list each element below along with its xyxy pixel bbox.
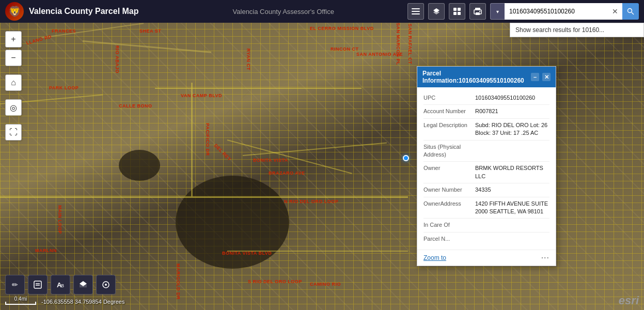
popup-field-label: Legal Description — [423, 121, 475, 129]
popup-header: Parcel Information:1016034095510100260 –… — [417, 67, 556, 87]
street-label: CALLE BONO — [119, 103, 152, 109]
popup-field-value: 34335 — [475, 186, 549, 194]
street-label: SAN MARCOS PL — [396, 23, 401, 65]
popup-field-value: Subd: RIO DEL ORO Lot: 26 Block: 37 Unit… — [475, 121, 549, 137]
esri-logo: esri — [619, 294, 639, 307]
popup-field-label: In Care Of — [423, 221, 475, 229]
selected-parcel-marker — [403, 155, 409, 161]
svg-rect-6 — [458, 8, 461, 11]
zoom-to-link[interactable]: Zoom to — [423, 254, 446, 261]
layers-button[interactable] — [428, 3, 445, 20]
popup-field-label: Owner Number — [423, 186, 475, 194]
search-results-dropdown[interactable]: Show search results for 10160... — [510, 23, 644, 37]
street-label: RIO ABAJO — [115, 45, 120, 73]
popup-row: Parcel N... — [423, 233, 549, 245]
svg-rect-5 — [453, 8, 457, 11]
scale-label: 0.4mi — [14, 296, 27, 302]
street-label: SHEA ST — [139, 28, 161, 34]
svg-rect-1 — [412, 11, 420, 12]
text-tool-button[interactable]: A B — [51, 275, 70, 295]
popup-title: Parcel Information:1016034095510100260 — [422, 70, 531, 84]
popup-field-label: Account Number — [423, 107, 475, 115]
popup-footer: Zoom to ··· — [417, 250, 556, 266]
header-bar: 🦁 Valencia County Parcel Map Valencia Co… — [0, 0, 644, 23]
street-label: MARLNN — [35, 248, 57, 253]
street-label: BONITA VISTA — [253, 158, 288, 163]
svg-rect-7 — [453, 12, 457, 15]
street-label: BRAZARO AVE — [269, 171, 305, 176]
annotate-tool-button[interactable] — [28, 275, 48, 295]
parcel-info-popup: Parcel Information:1016034095510100260 –… — [417, 66, 556, 266]
street-label: S RIO DEL ORO LOOP — [248, 279, 302, 284]
street-label: PARK LOOP — [49, 85, 78, 90]
svg-line-14 — [632, 12, 634, 14]
popup-field-value: R007821 — [475, 107, 549, 115]
street-label: N RIO DEL ORO LOOP — [284, 199, 338, 204]
hamburger-menu-button[interactable] — [407, 3, 424, 20]
street-label: FRANCES — [52, 28, 76, 34]
svg-point-24 — [105, 284, 107, 286]
svg-rect-11 — [476, 12, 480, 15]
popup-row: OwnerAddress 1420 FIFTH AVENUE SUITE 200… — [423, 197, 549, 219]
svg-marker-20 — [80, 281, 87, 286]
svg-rect-2 — [412, 13, 420, 14]
popup-field-value: 1420 FIFTH AVENUE SUITE 2000 SEATTLE, WA… — [475, 200, 549, 216]
street-label: CAMINO RIO — [310, 282, 341, 287]
svg-marker-4 — [433, 10, 439, 14]
popup-field-value: 1016034095510100260 — [475, 94, 549, 102]
home-button[interactable]: ⌂ — [5, 74, 22, 91]
street-label: PACIFICO DR — [205, 123, 210, 156]
zoom-in-button[interactable]: + — [5, 31, 22, 48]
popup-field-label: UPC — [423, 94, 475, 102]
popup-close-button[interactable]: ✕ — [542, 73, 551, 81]
street-label: VAN CAMP BLVD — [181, 93, 222, 98]
svg-rect-15 — [34, 281, 41, 288]
popup-field-label: Situs (Physical Address) — [423, 143, 475, 159]
search-dropdown-button[interactable]: ▾ — [490, 3, 505, 20]
select-tool-button[interactable] — [96, 275, 116, 295]
map-container[interactable]: FRANCESLLANO RDSHEA STEL CERRO MISSION B… — [0, 0, 644, 310]
search-input[interactable] — [505, 3, 608, 20]
scale-bar: 0.4mi — [5, 296, 36, 305]
coordinates-display: -106.635558 34.759854 Degrees — [41, 299, 124, 305]
popup-row: Situs (Physical Address) — [423, 141, 549, 162]
street-label: MARIGOLD DR — [176, 264, 181, 300]
search-go-button[interactable] — [622, 3, 639, 20]
print-button[interactable] — [469, 3, 486, 20]
popup-row: Owner Number 34335 — [423, 183, 549, 197]
popup-row: Legal Description Subd: RIO DEL ORO Lot:… — [423, 119, 549, 141]
search-container: ▾ ✕ — [490, 3, 639, 20]
street-label: BONITA VISTA BLVD — [222, 251, 272, 256]
grid-button[interactable] — [449, 3, 465, 20]
scale-line — [5, 302, 36, 305]
draw-tool-button[interactable]: ✏ — [5, 275, 25, 295]
app-title: Valencia County Parcel Map — [29, 7, 139, 16]
popup-field-label: OwnerAddress — [423, 200, 475, 208]
popup-minimize-button[interactable]: – — [531, 73, 539, 81]
search-clear-button[interactable]: ✕ — [608, 3, 622, 20]
esri-wordmark: esri — [619, 294, 639, 307]
popup-body: UPC 1016034095510100260 Account Number R… — [417, 87, 556, 250]
zoom-out-button[interactable]: − — [5, 50, 22, 66]
road-van-camp — [155, 88, 362, 89]
header-tools: ▾ ✕ — [407, 3, 639, 20]
popup-field-label: Parcel N... — [423, 235, 475, 243]
map-controls: + − ⌂ ◎ ⛶ — [5, 31, 22, 141]
svg-rect-0 — [412, 8, 420, 9]
popup-more-button[interactable]: ··· — [541, 253, 549, 262]
popup-row: UPC 1016034095510100260 — [423, 91, 549, 105]
header-subtitle: Valencia County Assessor's Office — [165, 8, 402, 16]
road-horizontal — [0, 196, 408, 198]
popup-field-label: Owner — [423, 164, 475, 172]
svg-text:B: B — [61, 283, 64, 288]
street-label: RYAN CT — [246, 49, 251, 70]
locate-button[interactable]: ◎ — [5, 99, 22, 116]
popup-row: Owner BRMK WORLD RESORTS LLC — [423, 162, 549, 183]
street-label: EL CERRO MISSION BLVD — [310, 26, 374, 31]
svg-rect-12 — [479, 11, 480, 12]
search-results-text: Show search results for 10160... — [515, 26, 604, 34]
layers-tool-button[interactable] — [73, 275, 93, 295]
popup-header-controls: – ✕ — [531, 73, 551, 81]
fullscreen-button[interactable]: ⛶ — [5, 124, 22, 141]
popup-row: In Care Of — [423, 219, 549, 232]
